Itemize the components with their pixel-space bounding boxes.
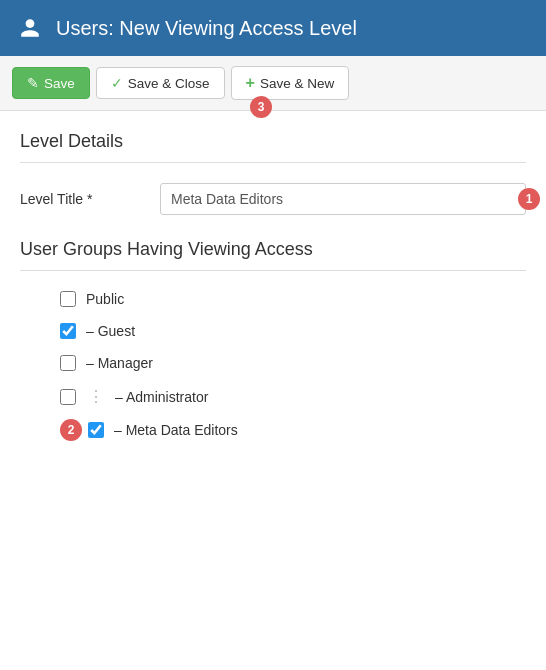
- checkbox-guest[interactable]: [60, 323, 76, 339]
- page-title: Users: New Viewing Access Level: [56, 17, 357, 40]
- checkbox-manager[interactable]: [60, 355, 76, 371]
- badge-3: 3: [250, 96, 272, 118]
- checkbox-guest-label: – Guest: [86, 323, 135, 339]
- user-groups-title: User Groups Having Viewing Access: [20, 239, 526, 271]
- dots-icon: ⋮: [88, 387, 105, 406]
- list-item: – Guest: [60, 323, 526, 339]
- level-title-input-wrapper: 1: [160, 183, 526, 215]
- list-item: 2 – Meta Data Editors: [88, 422, 526, 438]
- save-icon: ✎: [27, 75, 39, 91]
- checkbox-public-label: Public: [86, 291, 124, 307]
- checkbox-meta-data-editors-label: – Meta Data Editors: [114, 422, 238, 438]
- toolbar: ✎ Save ✓ Save & Close 3 + Save & New: [0, 56, 546, 111]
- badge-2: 2: [60, 419, 82, 441]
- save-close-button[interactable]: ✓ Save & Close: [96, 67, 225, 99]
- list-item: – Manager: [60, 355, 526, 371]
- level-details-title: Level Details: [20, 131, 526, 163]
- checkbox-administrator[interactable]: [60, 389, 76, 405]
- content-area: Level Details Level Title * 1 User Group…: [0, 111, 546, 458]
- list-item: Public: [60, 291, 526, 307]
- badge-1: 1: [518, 188, 540, 210]
- check-icon: ✓: [111, 75, 123, 91]
- checkbox-public[interactable]: [60, 291, 76, 307]
- checkbox-manager-label: – Manager: [86, 355, 153, 371]
- save-button[interactable]: ✎ Save: [12, 67, 90, 99]
- user-groups-list: Public – Guest – Manager ⋮ – Administrat…: [20, 291, 526, 438]
- level-title-row: Level Title * 1: [20, 183, 526, 215]
- plus-icon: +: [246, 74, 255, 92]
- page-header: Users: New Viewing Access Level: [0, 0, 546, 56]
- list-item: ⋮ – Administrator: [60, 387, 526, 406]
- level-title-label: Level Title *: [20, 191, 140, 207]
- user-icon: [16, 14, 44, 42]
- checkbox-meta-data-editors[interactable]: [88, 422, 104, 438]
- level-title-input[interactable]: [160, 183, 526, 215]
- checkbox-administrator-label: – Administrator: [115, 389, 208, 405]
- save-new-button[interactable]: + Save & New: [231, 66, 350, 100]
